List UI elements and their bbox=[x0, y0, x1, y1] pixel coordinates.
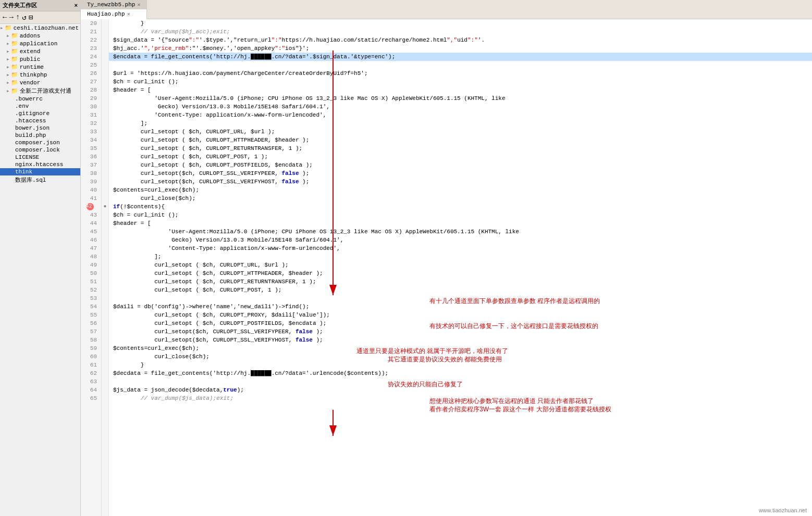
code-line-61[interactable]: } bbox=[109, 361, 812, 369]
tree-item-root[interactable]: ▸📁ceshi.tiaozhuan.net bbox=[0, 24, 80, 32]
code-line-57[interactable]: curl_setopt($ch, CURLOPT_SSL_VERIFYPEER,… bbox=[109, 328, 812, 336]
tree-item-htaccess[interactable]: .htaccess bbox=[0, 117, 80, 124]
code-line-23[interactable]: $hj_acc.'",'price_rmb":"'.$money.','open… bbox=[109, 44, 812, 53]
up-icon[interactable]: ↑ bbox=[16, 13, 20, 22]
code-line-39[interactable]: curl_setopt($ch, CURLOPT_SSL_VERIFYHOST,… bbox=[109, 178, 812, 186]
code-line-43[interactable]: $ch = curl_init (); bbox=[109, 211, 812, 219]
code-line-26[interactable]: $url = 'https://h.huajiao.com/payment/Ch… bbox=[109, 69, 812, 78]
line-number-60: 60 bbox=[81, 353, 99, 361]
code-line-28[interactable]: $header = [ bbox=[109, 86, 812, 94]
code-line-32[interactable]: ]; bbox=[109, 119, 812, 128]
code-line-64[interactable]: $js_data = json_decode($decdata,true); bbox=[109, 386, 812, 394]
tree-item-nginx[interactable]: nginx.htaccess bbox=[0, 161, 80, 168]
tree-item-label: LICENSE bbox=[15, 154, 39, 160]
code-line-20[interactable]: } bbox=[109, 19, 812, 28]
code-line-51[interactable]: curl_setopt ( $ch, CURLOPT_RETURNTRANSFE… bbox=[109, 278, 812, 286]
tree-item-license[interactable]: LICENSE bbox=[0, 154, 80, 161]
line-number-58: 58 bbox=[81, 336, 99, 344]
code-line-31[interactable]: 'Content-Type: application/x-www-form-ur… bbox=[109, 111, 812, 119]
tab-tab1[interactable]: Ty_newzbb5.php✕ bbox=[81, 0, 147, 9]
code-line-44[interactable]: $header = [ bbox=[109, 219, 812, 228]
line-number-23: 23 bbox=[81, 44, 99, 53]
code-line-37[interactable]: curl_setopt ( $ch, CURLOPT_POSTFIELDS, $… bbox=[109, 161, 812, 169]
tree-item-addons[interactable]: ▸📁addons bbox=[0, 32, 80, 40]
collapse-icon[interactable]: ⊟ bbox=[29, 13, 33, 22]
code-line-27[interactable]: $ch = curl_init (); bbox=[109, 78, 812, 86]
code-line-38[interactable]: curl_setopt($ch, CURLOPT_SSL_VERIFYPEER,… bbox=[109, 169, 812, 178]
tree-item-env[interactable]: .env bbox=[0, 103, 80, 110]
forward-icon[interactable]: → bbox=[9, 13, 13, 22]
code-line-22[interactable]: $sign_data = '{"source":"'.$type.',"retu… bbox=[109, 36, 812, 44]
code-line-21[interactable]: // var_dump($hj_acc);exit; bbox=[109, 28, 812, 36]
line-number-24: 24 bbox=[81, 53, 99, 61]
line-number-57: 57 bbox=[81, 328, 99, 336]
code-line-42[interactable]: if(!$contents){ bbox=[109, 203, 812, 211]
code-line-60[interactable]: curl_close($ch); bbox=[109, 353, 812, 361]
line-number-59: 59 bbox=[81, 344, 99, 353]
tree-item-bower[interactable]: bower.json bbox=[0, 124, 80, 132]
tab-tab2[interactable]: Huajiao.php✕ bbox=[81, 9, 147, 19]
tab-close-icon[interactable]: ✕ bbox=[127, 11, 130, 17]
code-line-65[interactable]: // var_dump($js_data);exit; bbox=[109, 394, 812, 402]
gutter-marker-22 bbox=[102, 36, 108, 44]
code-line-36[interactable]: curl_setopt ( $ch, CURLOPT_POST, 1 ); bbox=[109, 153, 812, 161]
tree-item-runtime[interactable]: ▸📁runtime bbox=[0, 63, 80, 71]
code-line-35[interactable]: curl_setopt ( $ch, CURLOPT_RETURNTRANSFE… bbox=[109, 144, 812, 153]
line-numbers: 2021222324252627282930313233343536373839… bbox=[81, 19, 102, 516]
code-line-50[interactable]: curl_setopt ( $ch, CURLOPT_HTTPHEADER, $… bbox=[109, 269, 812, 278]
code-line-47[interactable]: 'Content-Type: application/x-www-form-ur… bbox=[109, 244, 812, 253]
tree-item-think[interactable]: think bbox=[0, 168, 80, 175]
code-line-33[interactable]: curl_setopt ( $ch, CURLOPT_URL, $url ); bbox=[109, 128, 812, 136]
folder-expand-icon: ▸ bbox=[6, 56, 10, 62]
code-line-53[interactable] bbox=[109, 294, 812, 303]
tree-item-vendor[interactable]: ▸📁vendor bbox=[0, 79, 80, 86]
code-line-40[interactable]: $contents=curl_exec($ch); bbox=[109, 186, 812, 194]
code-line-62[interactable]: $decdata = file_get_contents('http://hj.… bbox=[109, 369, 812, 377]
code-line-29[interactable]: 'User-Agent:Mozilla/5.0 (iPhone; CPU iPh… bbox=[109, 94, 812, 103]
tree-item-application[interactable]: ▸📁application bbox=[0, 40, 80, 47]
code-line-55[interactable]: curl_setopt ( $ch, CURLOPT_PROXY, $daili… bbox=[109, 311, 812, 319]
back-icon[interactable]: ← bbox=[3, 13, 7, 22]
code-line-54[interactable]: $daili = db('config')->where('name','new… bbox=[109, 303, 812, 311]
code-line-52[interactable]: curl_setopt ( $ch, CURLOPT_POST, 1 ); bbox=[109, 286, 812, 294]
code-line-49[interactable]: curl_setopt ( $ch, CURLOPT_URL, $url ); bbox=[109, 261, 812, 269]
tree-item-newgame[interactable]: ▸📁全新二开游戏支付通 bbox=[0, 86, 80, 95]
tree-item-label: 全新二开游戏支付通 bbox=[20, 87, 71, 95]
line-number-41: 41 bbox=[81, 194, 99, 203]
code-line-56[interactable]: curl_setopt ( $ch, CURLOPT_POSTFIELDS, $… bbox=[109, 319, 812, 328]
folder-icon: 📁 bbox=[11, 71, 18, 78]
line-number-34: 34 bbox=[81, 136, 99, 144]
tab-close-icon[interactable]: ✕ bbox=[137, 2, 140, 8]
code-line-45[interactable]: 'User-Agent:Mozilla/5.0 (iPhone; CPU iPh… bbox=[109, 228, 812, 236]
tree-item-label: 数据库.sql bbox=[15, 176, 46, 184]
code-line-34[interactable]: curl_setopt ( $ch, CURLOPT_HTTPHEADER, $… bbox=[109, 136, 812, 144]
close-sidebar-icon[interactable]: × bbox=[74, 3, 78, 9]
tree-item-composerlock[interactable]: composer.lock bbox=[0, 146, 80, 154]
code-content[interactable]: } // var_dump($hj_acc);exit; $sign_data … bbox=[109, 19, 812, 516]
line-number-26: 26 bbox=[81, 69, 99, 78]
code-line-46[interactable]: Gecko) Version/13.0.3 Mobile/15E148 Safa… bbox=[109, 236, 812, 244]
tree-item-bowerrc[interactable]: .bowerrc bbox=[0, 95, 80, 103]
code-line-30[interactable]: Gecko) Version/13.0.3 Mobile/15E148 Safa… bbox=[109, 103, 812, 111]
gutter-marker-49 bbox=[102, 261, 108, 269]
tree-item-composer[interactable]: composer.json bbox=[0, 139, 80, 146]
tree-item-build[interactable]: build.php bbox=[0, 132, 80, 139]
code-line-59[interactable]: $contents=curl_exec($ch); bbox=[109, 344, 812, 353]
code-line-24[interactable]: $encdata = file_get_contents('http://hj.… bbox=[109, 53, 812, 61]
tab-label: Ty_newzbb5.php bbox=[87, 2, 135, 8]
code-line-25[interactable] bbox=[109, 61, 812, 69]
tree-item-extend[interactable]: ▸📁extend bbox=[0, 47, 80, 55]
code-line-63[interactable] bbox=[109, 377, 812, 386]
tree-item-label: composer.json bbox=[15, 140, 60, 146]
tree-item-thinkphp[interactable]: ▸📁thinkphp bbox=[0, 71, 80, 79]
refresh-icon[interactable]: ↺ bbox=[22, 13, 26, 22]
code-line-41[interactable]: curl_close($ch); bbox=[109, 194, 812, 203]
folder-expand-icon: ▸ bbox=[6, 48, 10, 55]
tree-item-public[interactable]: ▸📁public bbox=[0, 55, 80, 63]
tree-item-gitignore[interactable]: .gitignore bbox=[0, 110, 80, 117]
gutter-marker-43 bbox=[102, 211, 108, 219]
watermark: www.tiaozhuan.net bbox=[759, 507, 807, 513]
tree-item-database[interactable]: 数据库.sql bbox=[0, 175, 80, 184]
code-line-58[interactable]: curl_setopt($ch, CURLOPT_SSL_VERIFYHOST,… bbox=[109, 336, 812, 344]
code-line-48[interactable]: ]; bbox=[109, 253, 812, 261]
